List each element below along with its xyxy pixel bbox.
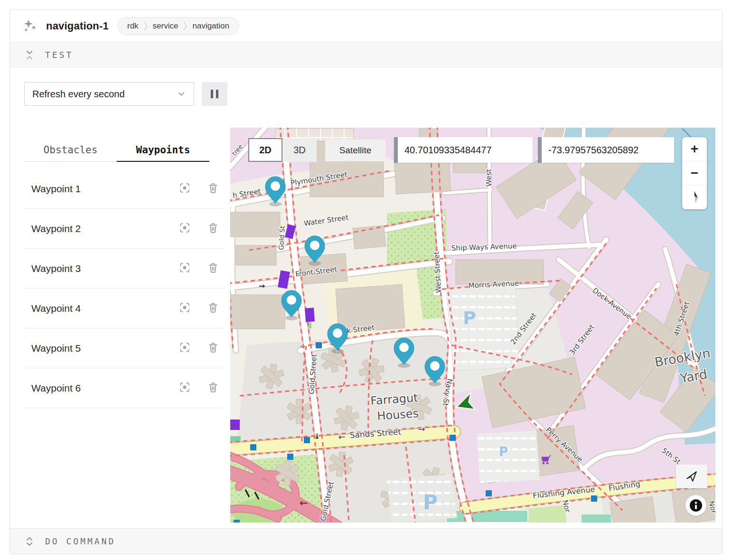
- refresh-rate-select[interactable]: Refresh every second: [24, 82, 194, 106]
- tab-obstacles[interactable]: Obstacles: [24, 138, 117, 161]
- delete-waypoint-button[interactable]: [204, 179, 223, 198]
- map-mode-2d-button[interactable]: 2D: [248, 138, 282, 162]
- traffic-signal-marker: [450, 435, 456, 441]
- latitude-input[interactable]: [398, 137, 530, 163]
- zoom-in-button[interactable]: +: [682, 137, 707, 161]
- delete-waypoint-button[interactable]: [204, 339, 223, 358]
- waypoint-name: Waypoint 1: [24, 183, 175, 195]
- info-icon: [689, 498, 703, 513]
- trash-icon: [207, 222, 219, 235]
- test-section-label: TEST: [45, 50, 73, 60]
- trash-icon: [207, 341, 219, 355]
- navigation-card: navigation-1 rdk service navigation TEST…: [9, 9, 723, 554]
- breadcrumb-item: navigation: [192, 21, 229, 31]
- delete-waypoint-button[interactable]: [204, 299, 223, 318]
- breadcrumb-item: rdk: [127, 21, 139, 31]
- map-label: West: [484, 169, 493, 187]
- map-basemap: Plymouth Streeth StreettreeWater StreetG…: [230, 128, 715, 523]
- page-title: navigation-1: [46, 20, 109, 32]
- breadcrumb-separator-icon: [143, 21, 148, 31]
- breadcrumb: rdk service navigation: [117, 17, 239, 35]
- focus-icon: [178, 341, 191, 355]
- street-direction-arrow: ↓: [314, 432, 320, 441]
- map-label: →: [418, 424, 426, 434]
- waypoint-name: Waypoint 3: [24, 263, 175, 274]
- locate-robot-button[interactable]: [676, 465, 707, 488]
- panel-tabs: Obstacles Waypoints: [24, 138, 209, 162]
- zoom-out-button[interactable]: −: [682, 161, 707, 185]
- focus-waypoint-button[interactable]: [175, 339, 194, 358]
- map-satellite-button[interactable]: Satellite: [325, 140, 385, 161]
- pause-refresh-button[interactable]: [202, 82, 227, 106]
- waypoint-list: Waypoint 1Waypoint 2Waypoint 3Waypoint 4…: [24, 169, 223, 408]
- traffic-signal-marker: [287, 454, 293, 460]
- trash-icon: [207, 182, 219, 196]
- trash-icon: [207, 301, 219, 315]
- street-direction-arrow: →: [259, 281, 265, 290]
- parking-label: P: [423, 491, 438, 514]
- trash-icon: [207, 261, 219, 275]
- focus-icon: [178, 381, 191, 395]
- focus-icon: [178, 182, 191, 196]
- map-canvas[interactable]: Plymouth Streeth StreettreeWater StreetG…: [230, 128, 715, 523]
- traffic-signal-marker: [234, 520, 240, 523]
- map-attribution-button[interactable]: [685, 495, 706, 516]
- longitude-field-wrap: [538, 137, 674, 163]
- map-label: Gold St: [277, 225, 286, 250]
- do-command-section-label: DO COMMAND: [45, 536, 115, 546]
- focus-icon: [178, 222, 191, 235]
- do-command-section-header[interactable]: DO COMMAND: [10, 528, 722, 554]
- tab-waypoints[interactable]: Waypoints: [117, 138, 209, 161]
- sparkle-icon: [23, 19, 38, 33]
- waypoint-name: Waypoint 4: [24, 303, 175, 314]
- delete-waypoint-button[interactable]: [204, 259, 223, 278]
- waypoint-name: Waypoint 6: [24, 383, 175, 394]
- card-header: navigation-1 rdk service navigation: [10, 10, 722, 42]
- parking-label: P: [499, 445, 508, 459]
- traffic-signal-marker: [304, 437, 310, 443]
- pause-icon: [211, 90, 218, 98]
- trash-icon: [207, 381, 219, 395]
- focus-icon: [178, 261, 191, 275]
- obstacle-marker[interactable]: [230, 420, 240, 430]
- delete-waypoint-button[interactable]: [204, 219, 223, 238]
- longitude-input[interactable]: [542, 137, 674, 163]
- waypoint-row: Waypoint 5: [24, 328, 223, 368]
- waypoint-name: Waypoint 5: [24, 343, 175, 354]
- map-label: ←: [338, 431, 346, 442]
- focus-icon: [178, 301, 191, 315]
- latitude-field-wrap: [394, 137, 533, 163]
- breadcrumb-separator-icon: [183, 21, 188, 31]
- parking-label: P: [463, 308, 476, 328]
- collapse-icon: [24, 50, 35, 60]
- compass-icon: [689, 190, 700, 205]
- chevron-down-icon: [177, 89, 186, 99]
- focus-waypoint-button[interactable]: [175, 179, 194, 198]
- map-mode-3d-button[interactable]: 3D: [282, 138, 317, 162]
- waypoint-row: Waypoint 2: [24, 209, 223, 249]
- focus-waypoint-button[interactable]: [175, 219, 194, 238]
- focus-waypoint-button[interactable]: [175, 299, 194, 318]
- waypoint-row: Waypoint 3: [24, 249, 223, 289]
- waypoint-row: Waypoint 4: [24, 289, 223, 328]
- navigation-arrow-icon: [685, 470, 698, 483]
- refresh-rate-value: Refresh every second: [32, 89, 125, 100]
- map-zoom-control: + −: [682, 137, 707, 209]
- compass-button[interactable]: [682, 185, 707, 209]
- waypoint-row: Waypoint 6: [24, 368, 223, 408]
- traffic-signal-marker: [591, 495, 597, 502]
- waypoint-row: Waypoint 1: [24, 169, 223, 209]
- obstacle-marker[interactable]: [305, 308, 315, 322]
- test-section-header[interactable]: TEST: [10, 42, 722, 68]
- focus-waypoint-button[interactable]: [175, 379, 194, 398]
- focus-waypoint-button[interactable]: [175, 259, 194, 278]
- delete-waypoint-button[interactable]: [204, 379, 223, 398]
- traffic-signal-marker: [486, 490, 492, 496]
- breadcrumb-item: service: [153, 21, 178, 31]
- street-direction-arrow: ←: [300, 497, 308, 509]
- waypoint-name: Waypoint 2: [24, 223, 175, 234]
- expand-icon: [24, 537, 35, 546]
- longitude-drag-handle[interactable]: [538, 137, 542, 163]
- latitude-drag-handle[interactable]: [394, 137, 398, 163]
- traffic-signal-marker: [316, 342, 322, 348]
